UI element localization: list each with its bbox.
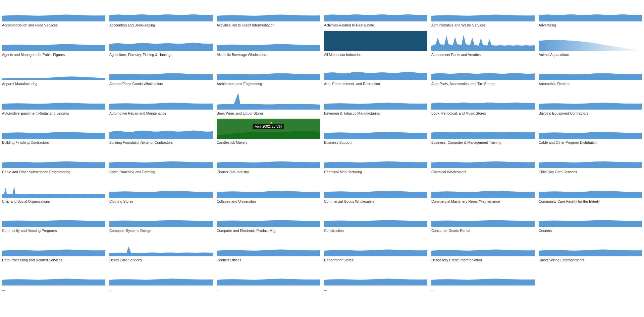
grid-cell-c42[interactable]: Community Care Facility for the Elderly [537,176,644,206]
sparkline-c44 [109,207,213,227]
sparkline-c60 [539,265,642,286]
cell-label-c59: ... [431,287,535,292]
grid-cell-c26[interactable]: Building Foundation/Exterior Contractors [107,117,215,147]
grid-cell-c28[interactable]: Business Support [322,117,429,147]
grid-cell-c41[interactable]: Commercial Machinery Repair/Maintenance [429,176,537,206]
grid-cell-c24[interactable]: Building Equipment Contractors [537,88,644,118]
cell-label-c34: Chemical Manufacturing [324,169,427,174]
sparkline-c49 [2,236,105,256]
cell-label-c10: All Minnesota Industries [324,52,427,57]
grid-cell-c10[interactable]: All Minnesota Industries [322,29,429,59]
grid-cell-c37[interactable]: Civic and Social Organizations [0,176,107,206]
grid-cell-c36[interactable]: Child Day Care Services [537,147,644,176]
sparkline-c52 [324,236,427,256]
grid-cell-c45[interactable]: Computer and Electronic Product Mfg [215,205,322,235]
grid-cell-c8[interactable]: Agriculture, Forestry, Fishing & Hunting [107,29,215,59]
grid-cell-c19[interactable]: Automotive Equipment Rental and Leasing [0,88,107,118]
grid-cell-c23[interactable]: Book, Periodical, and Music Stores [429,88,537,118]
grid-cell-c15[interactable]: Architecture and Engineering [215,59,322,88]
grid-cell-c25[interactable]: Building Finishing Contractors [0,117,107,147]
sparkline-c48 [539,207,642,227]
grid-cell-c29[interactable]: Business, Computer & Management Training [429,117,537,147]
grid-cell-c47[interactable]: Consumer Goods Rental [429,205,537,235]
cell-label-c11: Amusement Parks and Arcades [431,52,535,57]
grid-cell-c46[interactable]: Construction [322,205,429,235]
grid-cell-c43[interactable]: Community and Housing Programs [0,205,107,235]
grid-cell-c49[interactable]: Data Processing and Related Services [0,235,107,264]
grid-cell-c34[interactable]: Chemical Manufacturing [322,147,429,176]
grid-cell-c55[interactable]: ... [0,264,107,294]
sparkline-c41 [431,178,535,198]
grid-cell-c60[interactable] [537,264,644,294]
grid-cell-c11[interactable]: Amusement Parks and Arcades [429,29,537,59]
cell-label-c44: Computer Systems Design [109,228,213,233]
cell-label-c38: Clothing Stores [109,199,213,204]
grid-cell-c32[interactable]: Cattle Ranching and Farming [107,147,215,176]
grid-cell-c4[interactable]: Activities Related to Real Estate [322,0,429,29]
grid-cell-c59[interactable]: ... [429,264,537,294]
sparkline-c11 [431,31,535,51]
sparkline-c19 [2,89,105,110]
sparkline-c10 [324,31,427,51]
cell-label-c49: Data Processing and Related Services [2,257,105,262]
cell-label-c60 [539,287,642,287]
grid-cell-c13[interactable]: Apparel Manufacturing [0,59,107,88]
grid-cell-c17[interactable]: Auto Parts, Accessories, and Tire Stores [429,59,537,88]
cell-label-c48: Couriers [539,228,642,233]
cell-label-c20: Automotive Repair and Maintenance [109,111,213,116]
grid-cell-c12[interactable]: Animal Aquaculture [537,29,644,59]
grid-cell-c6[interactable]: Advertising [537,0,644,29]
grid-cell-c57[interactable]: ... [215,264,322,294]
cell-label-c9: Alcoholic Beverage Wholesalers [217,52,320,57]
grid-cell-c52[interactable]: Department Stores [322,235,429,264]
grid-cell-c9[interactable]: Alcoholic Beverage Wholesalers [215,29,322,59]
grid-cell-c53[interactable]: Depository Credit Intermediation [429,235,537,264]
grid-cell-c3[interactable]: Activities Rel to Credit Intermediation [215,0,322,29]
grid-cell-c38[interactable]: Clothing Stores [107,176,215,206]
grid-cell-c5[interactable]: Administrative and Waste Services [429,0,537,29]
grid-cell-c51[interactable]: Dentists Offices [215,235,322,264]
grid-cell-c21[interactable]: Beer, Wine, and Liquor Stores [215,88,322,118]
grid-cell-c30[interactable]: Cable and Other Program Distribution [537,117,644,147]
grid-cell-c7[interactable]: Agents and Managers for Public Figures [0,29,107,59]
sparkline-c57 [217,265,320,286]
grid-cell-c48[interactable]: Couriers [537,205,644,235]
cell-label-c50: Death Care Services [109,257,213,262]
cell-label-c33: Charter Bus Industry [217,169,320,174]
grid-cell-c1[interactable]: Accommodation and Food Services [0,0,107,29]
grid-cell-c27[interactable]: April 2002: 23,334Candlestick Makers [215,117,322,147]
grid-cell-c40[interactable]: Commercial Goods Wholesalers [322,176,429,206]
cell-label-c46: Construction [324,228,427,233]
sparkline-c58 [324,265,427,286]
cell-label-c3: Activities Rel to Credit Intermediation [217,22,320,27]
cell-label-c4: Activities Related to Real Estate [324,22,427,27]
cell-label-c6: Advertising [539,22,642,27]
sparkline-c22 [324,89,427,110]
grid-cell-c14[interactable]: Apparel/Piece Goods Wholesalers [107,59,215,88]
cell-label-c45: Computer and Electronic Product Mfg [217,228,320,233]
grid-cell-c54[interactable]: Direct Selling Establishments [537,235,644,264]
grid-cell-c33[interactable]: Charter Bus Industry [215,147,322,176]
cell-label-c16: Arts, Entertainment, and Recreation [324,81,427,86]
cell-label-c41: Commercial Machinery Repair/Maintenance [431,199,535,204]
grid-cell-c18[interactable]: Automobile Dealers [537,59,644,88]
grid-cell-c35[interactable]: Chemical Wholesalers [429,147,537,176]
grid-cell-c31[interactable]: Cable and Other Subscription Programming [0,147,107,176]
grid-cell-c44[interactable]: Computer Systems Design [107,205,215,235]
grid-cell-c50[interactable]: Death Care Services [107,235,215,264]
cell-label-c54: Direct Selling Establishments [539,257,642,262]
grid-cell-c20[interactable]: Automotive Repair and Maintenance [107,88,215,118]
grid-cell-c2[interactable]: Accounting and Bookkeeping [107,0,215,29]
sparkline-c12 [539,31,642,51]
grid-cell-c16[interactable]: Arts, Entertainment, and Recreation [322,59,429,88]
grid-cell-c39[interactable]: Colleges and Universities [215,176,322,206]
cell-label-c52: Department Stores [324,257,427,262]
grid-cell-c56[interactable]: ... [107,264,215,294]
sparkline-c24 [539,89,642,110]
sparkline-c45 [217,207,320,227]
sparkline-c36 [539,148,642,168]
cell-label-c43: Community and Housing Programs [2,228,105,233]
cell-label-c13: Apparel Manufacturing [2,81,105,86]
grid-cell-c22[interactable]: Beverage & Tobacco Manufacturing [322,88,429,118]
grid-cell-c58[interactable]: ... [322,264,429,294]
